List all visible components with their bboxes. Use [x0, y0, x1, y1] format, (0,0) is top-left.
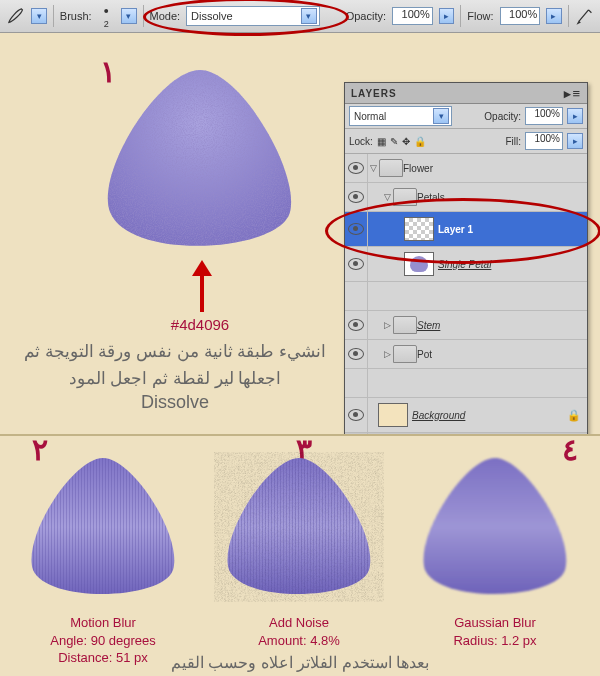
tool-preset-dropdown[interactable]: ▾ [31, 8, 47, 24]
layer-thumb [378, 403, 408, 427]
petal-motion-blur [18, 452, 188, 602]
layer-group-flower[interactable]: ▽Flower [345, 154, 587, 183]
lock-all-icon[interactable]: 🔒 [414, 136, 426, 147]
petal-gaussian-blur [410, 452, 580, 602]
flow-dropdown[interactable]: ▸ [546, 8, 562, 24]
panel-menu-icon[interactable]: ▸≡ [564, 86, 581, 101]
hex-code: #4d4096 [100, 316, 300, 333]
visibility-icon[interactable] [348, 191, 364, 203]
folder-icon [393, 316, 417, 334]
brush-dropdown[interactable]: ▾ [121, 8, 137, 24]
lock-icon: 🔒 [567, 409, 581, 422]
layers-panel: LAYERS ▸≡ Normal▾ Opacity: 100% ▸ Lock: … [344, 82, 588, 458]
layer-row-empty[interactable] [345, 282, 587, 311]
fill-label: Fill: [505, 136, 521, 147]
visibility-icon[interactable] [348, 348, 364, 360]
lock-paint-icon[interactable]: ✎ [390, 136, 398, 147]
layer-row-empty[interactable] [345, 369, 587, 398]
visibility-icon[interactable] [348, 162, 364, 174]
lock-transparent-icon[interactable]: ▦ [377, 136, 386, 147]
lock-move-icon[interactable]: ✥ [402, 136, 410, 147]
blend-mode-select[interactable]: Normal▾ [349, 106, 452, 126]
panel-title: LAYERS [351, 88, 397, 99]
step2-area: ٢ ٣ ٤ Motion BlurAngle: 90 degreesDistan… [0, 434, 600, 676]
filter-label-add-noise: Add NoiseAmount: 4.8% [214, 614, 384, 649]
opacity-dropdown[interactable]: ▸ [439, 8, 455, 24]
tool-brush-icon[interactable] [6, 6, 25, 26]
brush-label: Brush: [60, 10, 92, 22]
lock-label: Lock: [349, 136, 373, 147]
panel-opacity-label: Opacity: [484, 111, 521, 122]
folder-icon [393, 345, 417, 363]
panel-opacity-dropdown[interactable]: ▸ [567, 108, 583, 124]
panel-opacity-field[interactable]: 100% [525, 107, 563, 125]
flow-field[interactable]: 100% [500, 7, 541, 25]
visibility-icon[interactable] [348, 258, 364, 270]
fill-field[interactable]: 100% [525, 132, 563, 150]
brush-size-swatch[interactable]: •2 [98, 3, 115, 29]
instruction-dissolve: Dissolve [20, 392, 330, 413]
flow-label: Flow: [467, 10, 493, 22]
opacity-label: Opacity: [346, 10, 386, 22]
fill-dropdown[interactable]: ▸ [567, 133, 583, 149]
step1-area: ١ #4d4096 انشيء طبقة ثانية من نفس ورقة ا… [0, 32, 600, 434]
petal-add-noise [214, 452, 384, 602]
filter-label-gaussian-blur: Gaussian BlurRadius: 1.2 px [410, 614, 580, 649]
folder-icon [379, 159, 403, 177]
instruction-arabic: انشيء طبقة ثانية من نفس ورقة التويجة ثم … [20, 338, 330, 392]
annotation-arrow [192, 260, 212, 312]
layer-group-pot[interactable]: ▷Pot [345, 340, 587, 369]
airbrush-icon[interactable] [575, 6, 594, 26]
opacity-field[interactable]: 100% [392, 7, 433, 25]
visibility-icon[interactable] [348, 409, 364, 421]
panel-tab[interactable]: LAYERS ▸≡ [345, 83, 587, 104]
layer-list: ▽Flower ▽Petals Layer 1 Single Petal ▷St… [345, 154, 587, 434]
petal-dissolve [90, 62, 310, 262]
visibility-icon[interactable] [348, 319, 364, 331]
annotation-circle [143, 0, 349, 36]
layer-background[interactable]: Background🔒 [345, 398, 587, 433]
layer-group-stem[interactable]: ▷Stem [345, 311, 587, 340]
annotation-circle [325, 198, 600, 264]
bottom-instruction-arabic: بعدها استخدم الفلاتر اعلاه وحسب القيم [0, 653, 600, 672]
options-bar: ▾ Brush: •2 ▾ Mode: Dissolve▾ Opacity: 1… [0, 0, 600, 33]
